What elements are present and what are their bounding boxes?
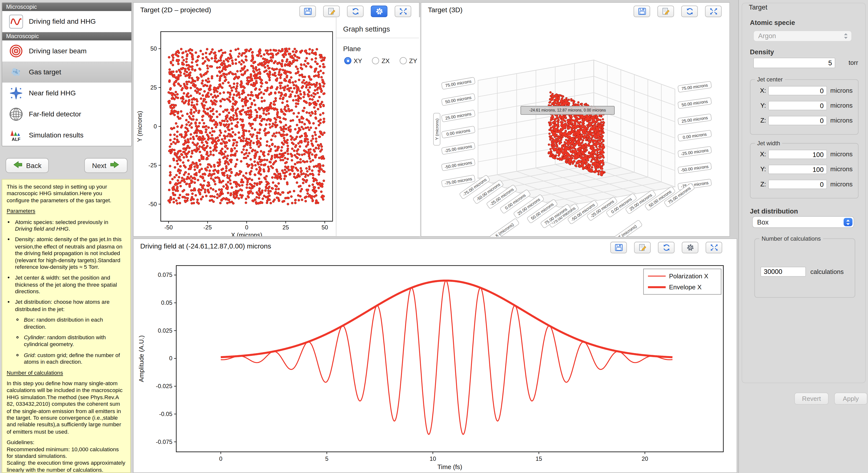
density-label: Density [750,48,774,56]
plane-radio-group: XY ZX ZY [336,57,420,64]
sine-wave-icon [9,14,23,29]
plane-option-zy[interactable]: ZY [400,57,417,64]
revert-button[interactable]: Revert [794,392,829,405]
svg-text:X (microns): X (microns) [231,232,262,236]
row-unit: microns [830,151,852,157]
sidebar-item-far-field-detector[interactable]: Far-field detector [2,104,131,125]
sidebar: Microscopic Driving field and HHG Macros… [0,0,132,473]
save-button[interactable] [610,242,627,254]
jet-center-y-input[interactable] [768,101,827,111]
alf-logo-icon: ALF [9,128,23,143]
svg-text:25: 25 [150,84,157,91]
calculations-heading: Number of calculations [7,369,126,376]
edit-button[interactable] [323,6,340,18]
target-3d-plot[interactable]: -75.00 microns-75.00 microns-75.00 micro… [422,17,728,237]
density-input[interactable] [753,58,835,68]
row-label: Y: [756,102,766,109]
sidebar-item-label: Near field HHG [29,89,76,97]
legend: Polarization XEnvelope X [644,269,721,294]
settings-button[interactable] [682,242,698,254]
calculations-unit: calculations [810,268,843,275]
back-arrow-icon [13,161,23,170]
jet-width-z-input[interactable] [768,179,827,189]
tick-label: 0.00 microns [678,130,712,141]
svg-text:50: 50 [321,224,328,231]
svg-text:-0.025: -0.025 [156,383,173,389]
target-2d-plot[interactable]: -50-250255050250-25-50X (microns)Y (micr… [135,18,336,236]
tick-label: -75.00 microns [441,175,475,187]
edit-button[interactable] [634,242,651,254]
next-button-label: Next [92,162,106,170]
jet-width-row-z: Z: microns [750,179,858,189]
sidebar-item-near-field-hhg[interactable]: Near field HHG [2,83,131,104]
apply-button[interactable]: Apply [834,392,868,405]
info-bullet: Density: atomic density of the gas jet.I… [15,236,126,270]
driving-field-toolbar [610,242,722,254]
refresh-button[interactable] [347,6,364,18]
tick-label: -25.00 microns [678,146,712,157]
sidebar-item-label: Gas target [29,68,61,76]
sidebar-item-driving-laser-beam[interactable]: Driving laser beam [2,40,131,61]
jet-center-group: Jet center X: microns Y: microns Z: micr… [750,79,859,135]
next-button[interactable]: Next [84,158,128,173]
tick-label: Y (microns) [434,113,440,145]
tick-label: X (microns) [489,218,519,237]
svg-text:0.05: 0.05 [161,299,173,306]
svg-text:Y (microns): Y (microns) [434,119,439,140]
nav-panel: Microscopic Driving field and HHG Macros… [2,2,132,146]
tick-label: 25.00 microns [678,114,712,125]
atomic-specie-select[interactable]: Argon [753,31,852,41]
tick-label: -50.00 microns [441,158,475,171]
svg-text:0: 0 [219,455,222,462]
calculations-input[interactable] [761,267,806,276]
target-3d-header: Target (3D) [421,3,730,17]
save-button[interactable] [633,6,650,18]
back-button[interactable]: Back [6,158,49,173]
sidebar-item-gas-target[interactable]: Gas target [2,62,131,83]
svg-text:-0.075: -0.075 [156,439,173,445]
jet-distribution-label: Jet distribution [750,207,798,215]
info-sub-bullet: Box: random distribution in each directi… [24,317,126,330]
row-label: Z: [756,181,766,187]
fullscreen-button[interactable] [706,242,722,254]
target-3d-title: Target (3D) [428,3,463,18]
sidebar-item-label: Simulation results [29,131,84,139]
jet-center-z-input[interactable] [768,116,827,125]
revert-button-label: Revert [802,395,821,402]
jet-center-row-x: X: microns [750,86,858,96]
refresh-button[interactable] [681,6,698,18]
target-2d-panel: Target (2D – projected) -50-250255050250… [133,2,420,237]
calculations-legend: Number of calculations [760,235,823,242]
plane-option-xy[interactable]: XY [344,57,362,64]
jet-center-row-z: Z: microns [750,116,858,126]
sidebar-item-simulation-results[interactable]: ALF Simulation results [2,125,131,146]
plane-option-zx[interactable]: ZX [372,57,390,64]
svg-text:50: 50 [150,45,157,52]
edit-button[interactable] [657,6,674,18]
jet-width-x-input[interactable] [768,150,827,159]
jet-center-x-input[interactable] [768,86,827,95]
svg-text:ALF: ALF [12,137,20,142]
row-unit: microns [830,181,852,187]
driving-field-plot[interactable]: 051015200.0750.050.0250-0.025-0.05-0.075… [135,254,737,472]
tick-label: Z (microns) [612,220,642,237]
info-sub-bullet: Cylinder: random distribution with cylin… [24,334,126,348]
jet-width-row-x: X: microns [750,150,858,160]
refresh-button[interactable] [658,242,675,254]
point-tooltip: -24.61 microns, 12.87 microns, 0.00 micr… [521,106,615,115]
tick-label: 50.00 microns [678,97,712,109]
jet-distribution-select[interactable]: Box [752,216,854,228]
fullscreen-button[interactable] [705,6,721,18]
fullscreen-button[interactable] [395,6,411,18]
svg-text:5: 5 [325,455,329,462]
svg-text:20: 20 [642,455,648,462]
settings-button[interactable] [371,6,388,18]
save-button[interactable] [299,6,316,18]
radio-label: XY [353,57,362,64]
gas-target-icon [9,65,23,79]
tick-label: -50.00 microns [678,162,712,174]
target-2d-header: Target (2D – projected) [133,3,419,17]
sidebar-item-driving-field-hhg[interactable]: Driving field and HHG [2,11,131,32]
target-inspector: Target Atomic specie Argon Density torr … [738,0,868,473]
jet-width-y-input[interactable] [768,165,827,174]
